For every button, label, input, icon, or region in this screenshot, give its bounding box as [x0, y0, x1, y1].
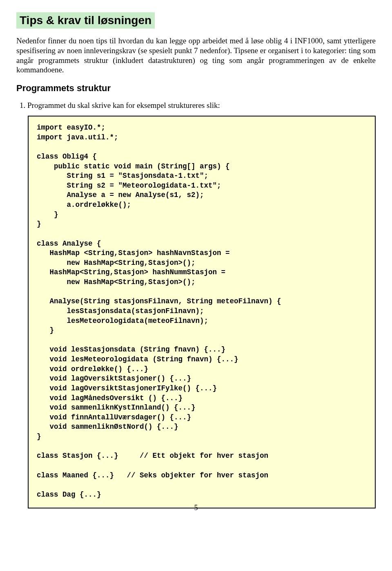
title-highlight-box: Tips & krav til løsningen	[16, 12, 155, 29]
intro-paragraph: Nedenfor finner du noen tips til hvordan…	[16, 36, 376, 75]
code-block: import easyIO.*; import java.util.*; cla…	[37, 123, 367, 499]
page-title: Tips & krav til løsningen	[20, 14, 151, 27]
list-item-1: 1. Programmet du skal skrive kan for eks…	[16, 101, 376, 110]
page-number: 5	[16, 504, 376, 512]
code-block-frame: import easyIO.*; import java.util.*; cla…	[28, 116, 376, 508]
section-heading: Programmets struktur	[16, 83, 376, 94]
document-page: Tips & krav til løsningen Nedenfor finne…	[0, 0, 392, 520]
